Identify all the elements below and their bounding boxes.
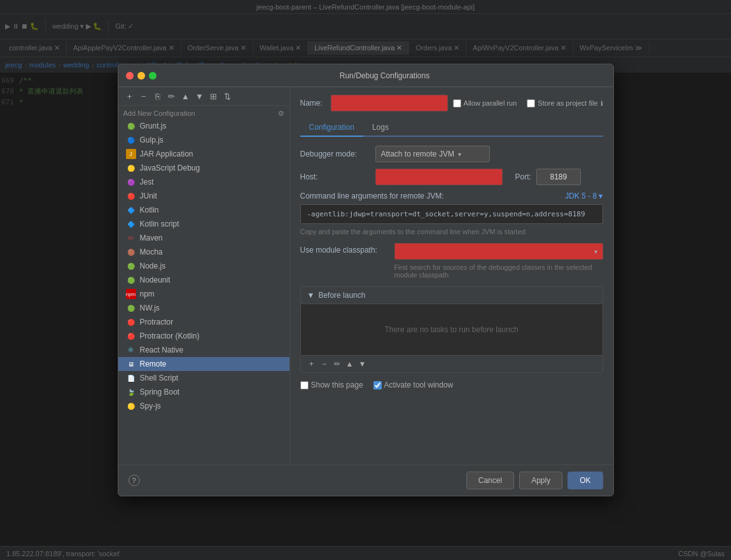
sidebar-item-gruntjs[interactable]: 🟢 Grunt.js	[118, 119, 289, 133]
spyjs-icon: 🟡	[126, 401, 136, 411]
before-launch-header[interactable]: ▼ Before launch	[301, 287, 602, 304]
debugger-mode-dropdown[interactable]: Attach to remote JVM ▾	[375, 146, 490, 162]
before-launch-body: There are no tasks to run before launch	[301, 304, 602, 355]
tab-logs[interactable]: Logs	[363, 119, 398, 137]
dialog-body: + − ⎘ ✏ ▲ ▼ ⊞ ⇅ Add New Configuration ⚙	[118, 87, 613, 465]
module-classpath-label: Use module classpath:	[300, 243, 389, 255]
sidebar-item-spyjs[interactable]: 🟡 Spy-js	[118, 399, 289, 413]
dialog-content: Name: Allow parallel run Store as projec…	[290, 87, 613, 465]
activate-window-checkbox[interactable]	[373, 381, 382, 389]
nodejs-icon: 🟢	[126, 261, 136, 271]
before-launch-section: ▼ Before launch There are no tasks to ru…	[300, 286, 603, 373]
sidebar-item-remote[interactable]: 🖥 Remote	[118, 357, 289, 371]
allow-parallel-checkbox[interactable]	[453, 99, 461, 108]
dialog-sidebar: + − ⎘ ✏ ▲ ▼ ⊞ ⇅ Add New Configuration ⚙	[118, 87, 290, 465]
before-launch-toolbar: + − ✏ ▲ ▼	[301, 355, 602, 372]
sidebar-item-protractor-kotlin[interactable]: 🔴 Protractor (Kotlin)	[118, 329, 289, 343]
group-config-button[interactable]: ⊞	[207, 90, 220, 102]
dialog-footer: ? Cancel Apply OK	[118, 465, 613, 496]
dialog-title: Run/Debug Configurations	[164, 71, 606, 80]
down-config-button[interactable]: ▼	[193, 90, 206, 102]
bl-edit-button[interactable]: ✏	[331, 358, 343, 370]
debugger-mode-value: Attach to remote JVM	[381, 150, 454, 158]
port-input[interactable]: 8189	[536, 169, 581, 185]
sidebar-item-kotlin[interactable]: 🔷 Kotlin	[118, 203, 289, 217]
cancel-button[interactable]: Cancel	[466, 472, 514, 489]
maven-icon: m	[126, 233, 136, 243]
module-classpath-row: Use module classpath: ▾	[300, 243, 603, 260]
gruntjs-icon: 🟢	[126, 121, 136, 131]
config-tabs: Configuration Logs	[300, 119, 603, 137]
cmdline-box: -agentlib:jdwp=transport=dt_socket,serve…	[300, 204, 603, 224]
sort-config-button[interactable]: ⇅	[221, 90, 234, 102]
sidebar-item-jar[interactable]: J JAR Application	[118, 147, 289, 161]
store-project-label: Store as project file ℹ	[527, 99, 602, 108]
bl-down-button[interactable]: ▼	[357, 358, 368, 370]
cmdline-section: Command line arguments for remote JVM: J…	[300, 192, 603, 243]
tab-configuration[interactable]: Configuration	[300, 119, 363, 137]
module-classpath-arrow: ▾	[594, 248, 597, 255]
debugger-mode-row: Debugger mode: Attach to remote JVM ▾	[300, 146, 603, 162]
sidebar-settings-icon[interactable]: ⚙	[278, 109, 284, 118]
close-button[interactable]	[126, 72, 134, 80]
store-project-checkbox[interactable]	[527, 99, 535, 108]
jdk-link[interactable]: JDK 5 - 8 ▾	[565, 192, 602, 200]
show-page-checkbox[interactable]	[300, 381, 309, 389]
jest-icon: 🟣	[126, 177, 136, 187]
sidebar-item-nwjs[interactable]: 🟢 NW.js	[118, 301, 289, 315]
sidebar-item-jest[interactable]: 🟣 Jest	[118, 175, 289, 189]
sidebar-item-react-native[interactable]: ⚛ React Native	[118, 343, 289, 357]
no-tasks-text: There are no tasks to run before launch	[384, 325, 518, 334]
kotlin-script-icon: 🔷	[126, 219, 136, 229]
kotlin-icon: 🔷	[126, 205, 136, 215]
host-port-row: Host: Port: 8189	[300, 169, 603, 185]
sidebar-item-npm[interactable]: npm npm	[118, 287, 289, 301]
bl-up-button[interactable]: ▲	[344, 358, 356, 370]
maximize-button[interactable]	[149, 72, 157, 80]
sidebar-item-nodeunit[interactable]: 🟢 Nodeunit	[118, 273, 289, 287]
sidebar-item-gulpjs[interactable]: 🔵 Gulp.js	[118, 133, 289, 147]
module-classpath-select[interactable]: ▾	[394, 243, 603, 260]
minimize-button[interactable]	[137, 72, 145, 80]
show-page-row: Show this page	[300, 381, 363, 389]
copy-config-button[interactable]: ⎘	[151, 90, 164, 102]
name-label: Name:	[300, 99, 326, 108]
sidebar-item-nodejs[interactable]: 🟢 Node.js	[118, 259, 289, 273]
cmdline-hint: Copy and paste the arguments to the comm…	[300, 228, 603, 235]
sidebar-item-protractor[interactable]: 🔴 Protractor	[118, 315, 289, 329]
junit-icon: 🔴	[126, 191, 136, 201]
debugger-mode-label: Debugger mode:	[300, 150, 370, 158]
host-input[interactable]	[375, 169, 503, 185]
sidebar-item-spring-boot[interactable]: 🍃 Spring Boot	[118, 385, 289, 399]
sidebar-item-mocha[interactable]: 🟤 Mocha	[118, 245, 289, 259]
activate-window-row: Activate tool window	[373, 381, 454, 389]
remove-config-button[interactable]: −	[137, 90, 150, 102]
sidebar-list[interactable]: 🟢 Grunt.js 🔵 Gulp.js J JAR Application	[118, 119, 289, 465]
add-config-button[interactable]: +	[123, 90, 136, 102]
up-config-button[interactable]: ▲	[179, 90, 192, 102]
cmdline-value: -agentlib:jdwp=transport=dt_socket,serve…	[307, 210, 585, 218]
allow-parallel-label: Allow parallel run	[453, 99, 517, 108]
apply-button[interactable]: Apply	[519, 472, 562, 489]
name-row: Name: Allow parallel run Store as projec…	[300, 95, 603, 111]
sidebar-toolbar: + − ⎘ ✏ ▲ ▼ ⊞ ⇅	[118, 87, 289, 106]
react-native-icon: ⚛	[126, 345, 136, 355]
module-classpath-hint: First search for sources of the debugged…	[394, 263, 603, 279]
bl-add-button[interactable]: +	[306, 358, 317, 370]
jsdebug-icon: 🟡	[126, 163, 136, 173]
sidebar-item-kotlin-script[interactable]: 🔷 Kotlin script	[118, 217, 289, 231]
host-label: Host:	[300, 172, 370, 181]
edit-config-button[interactable]: ✏	[165, 90, 178, 102]
sidebar-item-shell-script[interactable]: 📄 Shell Script	[118, 371, 289, 385]
ok-button[interactable]: OK	[567, 472, 602, 489]
help-button[interactable]: ?	[129, 475, 140, 486]
sidebar-item-junit[interactable]: 🔴 JUnit	[118, 189, 289, 203]
sidebar-item-jsdebug[interactable]: 🟡 JavaScript Debug	[118, 161, 289, 175]
name-input[interactable]	[331, 95, 448, 111]
store-info-icon: ℹ	[601, 100, 603, 107]
before-launch-label: Before launch	[318, 291, 365, 300]
ide-background: jeecg-boot-parent – LiveRefundController…	[0, 0, 731, 560]
bl-remove-button[interactable]: −	[319, 358, 330, 370]
port-label: Port:	[515, 172, 531, 181]
sidebar-item-maven[interactable]: m Maven	[118, 231, 289, 245]
